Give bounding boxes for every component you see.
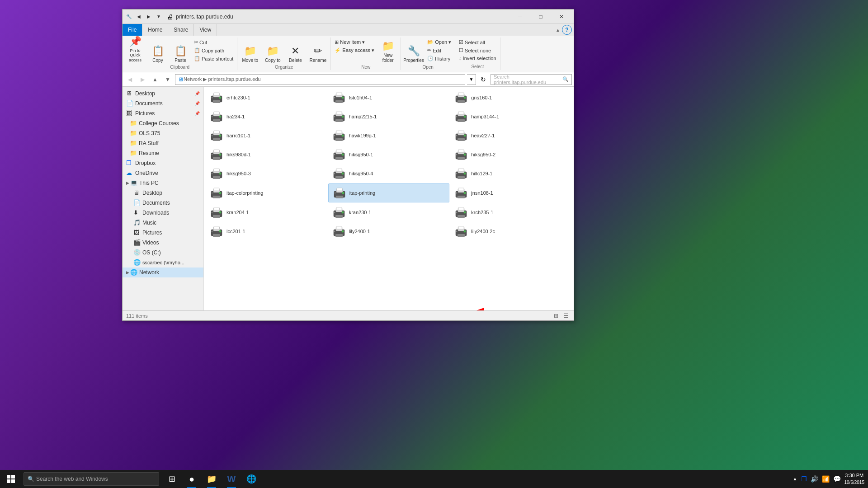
qat-back[interactable]: ◀ [134,12,143,21]
up-button[interactable]: ▲ [150,74,160,85]
action-center-icon[interactable]: 💬 [833,475,841,483]
printer-item-hiksg950-1[interactable]: hiksg950-1 [328,145,450,164]
copy-to-button[interactable]: 📁 Copy to [262,38,283,64]
history-button[interactable]: 🕒 History [425,55,453,62]
taskbar-search-box[interactable]: 🔍 Search the web and Windows [24,472,159,486]
dropbox-tray-icon[interactable]: ❐ [801,475,807,483]
sidebar-item-resume[interactable]: 📁 Resume [123,148,203,158]
paste-button[interactable]: 📋 Paste [170,38,191,64]
pin-to-quick-access-button[interactable]: 📌 Pin to Quick access [124,38,146,64]
select-all-button[interactable]: ☑ Select all [457,38,498,46]
printer-item-hiksg950-2[interactable]: hiksg950-2 [450,145,572,164]
printer-item-itap-printing[interactable]: itap-printing [328,183,450,202]
sidebar-item-ra-stuff[interactable]: 📁 RA Stuff [123,138,203,148]
printer-item-hawk199g-1[interactable]: hawk199g-1 [328,127,450,145]
taskbar-extra-icon[interactable]: 🌐 [242,470,260,488]
back-button[interactable]: ◀ [124,74,135,85]
printer-item-kran204-1[interactable]: kran204-1 [206,203,327,221]
taskbar-clock[interactable]: 3:30 PM 10/6/2015 [844,472,865,485]
printer-item-hiks980d-1[interactable]: hiks980d-1 [206,145,327,164]
printer-item-kran230-1[interactable]: kran230-1 [328,203,450,221]
sidebar-item-videos[interactable]: 🎬 Videos [123,238,203,248]
sidebar-item-desktop-pc[interactable]: 🖥 Desktop [123,188,203,198]
sidebar-item-onedrive[interactable]: ☁ OneDrive [123,168,203,178]
tab-home[interactable]: Home [142,24,168,36]
select-none-button[interactable]: ☐ Select none [457,47,498,54]
sidebar-item-this-pc[interactable]: ▶ 💻 This PC [123,178,203,188]
volume-icon[interactable]: 🔊 [811,475,818,483]
printer-item-ha234-1[interactable]: ha234-1 [206,108,327,126]
tab-view[interactable]: View [194,24,217,36]
printer-item-fstc1h04-1[interactable]: fstc1h04-1 [328,89,450,107]
move-to-button[interactable]: 📁 Move to [239,38,261,64]
open-button[interactable]: 📂 Open ▾ [425,38,453,46]
sidebar-item-desktop-quick[interactable]: 🖥 Desktop 📌 [123,89,203,99]
sidebar-item-pictures-quick[interactable]: 🖼 Pictures 📌 [123,108,203,118]
edit-button[interactable]: ✏ Edit [425,47,453,54]
help-button[interactable]: ? [562,25,572,35]
address-path[interactable]: 🖥 Network ▶ printers.itap.purdue.edu [175,74,465,85]
printer-item-lily2400-2c[interactable]: lily2400-2c [450,222,572,240]
printer-item-harrc101-1[interactable]: harrc101-1 [206,127,327,145]
printer-item-erhtc230-1[interactable]: erhtc230-1 [206,89,327,107]
properties-button[interactable]: 🔧 Properties [403,38,425,64]
printer-item-lcc201-1[interactable]: lcc201-1 [206,222,327,240]
sidebar-item-music[interactable]: 🎵 Music [123,218,203,228]
details-view-button[interactable]: ☰ [562,312,570,320]
delete-button[interactable]: ✕ Delete [284,38,306,64]
large-icons-view-button[interactable]: ⊞ [552,312,560,320]
recent-locations-button[interactable]: ▼ [162,74,173,85]
printer-item-hillc129-1[interactable]: hillc129-1 [450,164,572,183]
printer-item-hiksg950-3[interactable]: hiksg950-3 [206,164,327,183]
address-dropdown[interactable]: ▼ [467,74,476,85]
show-hidden-icons[interactable]: ▲ [793,476,797,481]
network-tray-icon[interactable]: 📶 [822,475,830,483]
sidebar-item-downloads[interactable]: ⬇ Downloads [123,208,203,218]
start-button[interactable] [0,470,22,488]
copy-path-button[interactable]: 📋 Copy path [192,47,235,54]
new-item-button[interactable]: ⊞ New item ▾ [333,38,376,46]
printer-name-itap-colorprinting: itap-colorprinting [226,190,263,196]
search-box[interactable]: Search printers.itap.purdue.edu 🔍 [491,74,572,85]
refresh-button[interactable]: ↻ [478,74,489,85]
tab-file[interactable]: File [123,24,142,36]
forward-button[interactable]: ▶ [137,74,148,85]
printer-item-lily2400-1[interactable]: lily2400-1 [328,222,450,240]
sidebar-item-documents-pc[interactable]: 📄 Documents [123,198,203,208]
paste-shortcut-button[interactable]: 📋 Paste shortcut [192,55,235,62]
sidebar-item-pictures-pc[interactable]: 🖼 Pictures [123,228,203,238]
sidebar-item-network-share[interactable]: 🌐 sscarbec (\\myho... [123,258,203,267]
taskbar-explorer-icon[interactable]: 📁 [203,470,221,488]
printer-item-itap-colorprinting[interactable]: itap-colorprinting [206,183,327,202]
qat-forward[interactable]: ▶ [144,12,153,21]
invert-selection-button[interactable]: ↕ Invert selection [457,55,498,62]
printer-item-hamp3144-1[interactable]: hamp3144-1 [450,108,572,126]
easy-access-button[interactable]: ⚡ Easy access ▾ [333,47,376,54]
sidebar-item-network[interactable]: ▶ 🌐 Network [123,267,203,277]
printer-item-hiksg950-4[interactable]: hiksg950-4 [328,164,450,183]
new-folder-button[interactable]: 📁 New folder [377,38,399,64]
close-button[interactable]: ✕ [551,9,572,24]
tab-share[interactable]: Share [168,24,194,36]
printer-item-hamp2215-1[interactable]: hamp2215-1 [328,108,450,126]
cut-button[interactable]: ✂ Cut [192,38,235,46]
taskbar-chrome-icon[interactable]: ● [183,470,201,488]
sidebar-item-dropbox[interactable]: ❐ Dropbox [123,158,203,168]
task-view-button[interactable]: ⊞ [163,470,181,488]
sidebar-item-ols375[interactable]: 📁 OLS 375 [123,128,203,138]
sidebar-item-college-courses[interactable]: 📁 College Courses [123,118,203,128]
copy-button[interactable]: 📋 Copy [147,38,169,64]
sidebar-item-os-c[interactable]: 💿 OS (C:) [123,248,203,258]
minimize-button[interactable]: ─ [509,9,530,24]
qat-dropdown[interactable]: ▼ [154,12,163,21]
rename-button[interactable]: ✏ Rename [307,38,329,64]
sidebar-item-documents-quick[interactable]: 📄 Documents 📌 [123,99,203,108]
maximize-button[interactable]: □ [530,9,551,24]
printer-item-gris160-1[interactable]: gris160-1 [450,89,572,107]
qat-properties[interactable]: 🔧 [124,12,133,21]
taskbar-word-icon[interactable]: W [222,470,241,488]
printer-item-heav227-1[interactable]: heav227-1 [450,127,572,145]
printer-item-krch235-1[interactable]: krch235-1 [450,203,572,221]
printer-item-jnsn108-1[interactable]: jnsn108-1 [450,183,572,202]
ribbon-collapse[interactable]: ▲ [556,28,560,33]
